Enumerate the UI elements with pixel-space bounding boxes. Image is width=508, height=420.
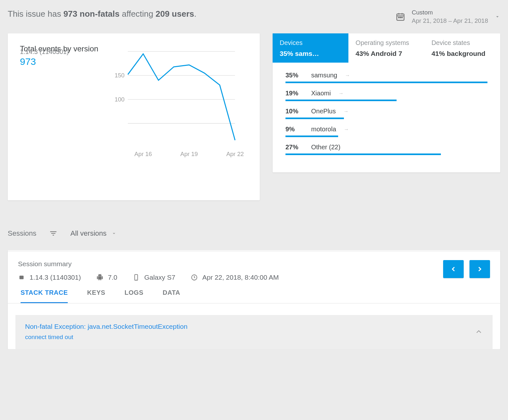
breakdown-card: Devices35% sams…Operating systems43% And…: [273, 33, 500, 172]
versions-label: All versions: [70, 229, 106, 238]
svg-point-6: [402, 17, 403, 18]
phone-icon: [133, 274, 140, 281]
svg-point-5: [400, 17, 401, 18]
svg-text:100: 100: [115, 96, 125, 103]
next-session-button[interactable]: [469, 260, 490, 278]
breakdown-pct: 10%: [285, 108, 303, 115]
exception-message: connect timed out: [25, 334, 188, 341]
breakdown-label: motorola: [311, 126, 336, 133]
session-summary-title: Session summary: [18, 260, 279, 268]
breakdown-pct: 9%: [285, 126, 303, 133]
meta-timestamp-value: Apr 22, 2018, 8:40:00 AM: [202, 274, 279, 281]
exception-block[interactable]: Non-fatal Exception: java.net.SocketTime…: [15, 315, 493, 349]
breakdown-tab-devices[interactable]: Devices35% sams…: [273, 33, 348, 63]
arrow-right-icon: →: [338, 91, 344, 96]
calendar-icon: [396, 12, 405, 22]
arrow-right-icon: →: [344, 109, 349, 114]
breakdown-row[interactable]: 19%Xiaomi→: [285, 90, 487, 101]
sessions-label: Sessions: [8, 229, 36, 238]
breakdown-row[interactable]: 10%OnePlus→: [285, 108, 487, 119]
breakdown-tab-title: Operating systems: [355, 39, 417, 47]
arrow-right-icon: →: [345, 73, 350, 78]
breakdown-tab-operating-systems[interactable]: Operating systems43% Android 7: [348, 33, 424, 63]
meta-os: 7.0: [96, 274, 117, 281]
breakdown-tab-value: 41% background: [432, 50, 493, 57]
breakdown-row[interactable]: 9%motorola→: [285, 126, 487, 137]
meta-os-value: 7.0: [108, 274, 117, 281]
session-summary-card: Session summary 1.14.3 (1140301) 7.0: [8, 250, 500, 349]
breakdown-row[interactable]: 35%samsung→: [285, 72, 487, 83]
issue-summary: This issue has 973 non-fatals affecting …: [8, 9, 197, 19]
svg-text:Apr 19: Apr 19: [180, 151, 198, 157]
user-count: 209 users: [156, 9, 194, 19]
chart-version: 1.14.3 (1140301): [20, 48, 103, 56]
meta-timestamp: Apr 22, 2018, 8:40:00 AM: [191, 274, 279, 281]
svg-point-4: [399, 17, 399, 18]
tag-icon: [18, 274, 25, 281]
exception-title: Non-fatal Exception: java.net.SocketTime…: [25, 323, 188, 330]
session-tab-stack-trace[interactable]: STACK TRACE: [21, 289, 68, 303]
summary-mid: affecting: [119, 9, 155, 19]
arrow-right-icon: →: [344, 127, 349, 132]
versions-dropdown[interactable]: All versions: [70, 229, 117, 238]
breakdown-tab-title: Devices: [280, 39, 341, 47]
svg-text:150: 150: [115, 72, 125, 79]
breakdown-tab-value: 35% sams…: [280, 50, 341, 57]
session-tab-logs[interactable]: LOGS: [125, 289, 144, 303]
chevron-up-icon[interactable]: [475, 328, 483, 336]
clock-icon: [191, 274, 198, 281]
breakdown-row: 27%Other (22): [285, 144, 487, 155]
summary-prefix: This issue has: [8, 9, 63, 19]
caret-down-icon: [111, 231, 117, 236]
svg-text:Apr 16: Apr 16: [135, 151, 152, 157]
breakdown-label: Xiaomi: [311, 90, 331, 97]
meta-version-value: 1.14.3 (1140301): [30, 274, 81, 281]
session-tab-data[interactable]: DATA: [163, 289, 180, 303]
date-label: Custom: [412, 9, 488, 16]
filter-icon[interactable]: [49, 229, 57, 238]
svg-text:Apr 22: Apr 22: [226, 151, 244, 157]
breakdown-label: samsung: [311, 72, 337, 79]
meta-device: Galaxy S7: [133, 274, 175, 281]
breakdown-tab-value: 43% Android 7: [355, 50, 417, 57]
summary-suffix: .: [194, 9, 196, 19]
prev-session-button[interactable]: [443, 260, 464, 278]
chart-total: 973: [20, 56, 103, 67]
android-icon: [96, 274, 103, 281]
breakdown-label: Other (22): [311, 144, 340, 151]
breakdown-pct: 19%: [285, 90, 303, 97]
session-tab-keys[interactable]: KEYS: [87, 289, 105, 303]
nonfatal-count: 973 non-fatals: [63, 9, 119, 19]
date-range: Apr 21, 2018 – Apr 21, 2018: [412, 17, 488, 24]
breakdown-tab-title: Device states: [432, 39, 493, 47]
breakdown-tab-device-states[interactable]: Device states41% background: [425, 33, 500, 63]
meta-device-value: Galaxy S7: [144, 274, 175, 281]
events-chart-card: Total events by version 1.14.3 (1140301)…: [8, 33, 260, 200]
breakdown-pct: 27%: [285, 144, 303, 151]
date-range-picker[interactable]: Custom Apr 21, 2018 – Apr 21, 2018: [396, 9, 500, 24]
caret-down-icon: [495, 14, 500, 20]
meta-version: 1.14.3 (1140301): [18, 274, 81, 281]
breakdown-pct: 35%: [285, 72, 303, 79]
chart-plot-area[interactable]: 100150Apr 16Apr 19Apr 22: [103, 48, 248, 157]
breakdown-label: OnePlus: [311, 108, 336, 115]
